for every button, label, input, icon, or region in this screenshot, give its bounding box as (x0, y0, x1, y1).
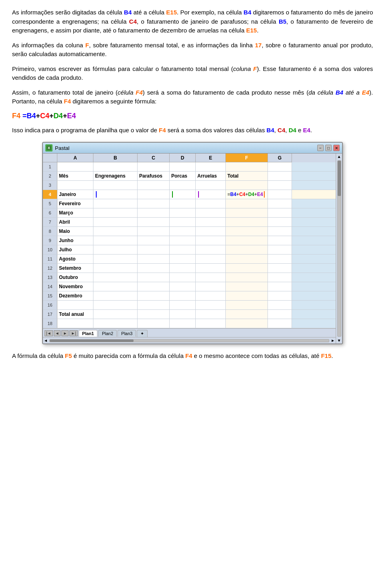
cell-d8[interactable] (170, 227, 196, 236)
cell-b16[interactable] (93, 301, 138, 309)
cell-c9[interactable] (138, 236, 170, 245)
cell-a13[interactable]: Outubro (57, 273, 93, 282)
cell-e15[interactable] (196, 291, 226, 300)
cell-g3[interactable] (268, 181, 292, 190)
scroll-down-btn[interactable]: ▼ (336, 337, 342, 344)
cell-f7[interactable] (226, 218, 268, 226)
cell-d3[interactable] (170, 181, 196, 190)
close-button[interactable]: ✕ (333, 145, 340, 151)
cell-e1[interactable] (196, 162, 226, 171)
cell-a18[interactable] (57, 319, 93, 328)
cell-c6[interactable] (138, 208, 170, 217)
cell-f16[interactable] (226, 301, 268, 309)
cell-g5[interactable] (268, 199, 292, 208)
cell-b15[interactable] (93, 291, 138, 300)
cell-c17[interactable] (138, 310, 170, 319)
cell-c4[interactable] (138, 190, 170, 199)
cell-g18[interactable] (268, 319, 292, 328)
cell-d9[interactable] (170, 236, 196, 245)
cell-b17[interactable] (93, 310, 138, 319)
cell-g15[interactable] (268, 291, 292, 300)
cell-c3[interactable] (138, 181, 170, 190)
cell-e16[interactable] (196, 301, 226, 309)
cell-b1[interactable] (93, 162, 138, 171)
cell-b6[interactable] (93, 208, 138, 217)
cell-g4[interactable] (268, 190, 292, 199)
cell-e2[interactable]: Arruelas (196, 172, 226, 180)
cell-a11[interactable]: Agosto (57, 255, 93, 263)
cell-a2[interactable]: Mês (57, 172, 93, 180)
cell-f9[interactable] (226, 236, 268, 245)
cell-d15[interactable] (170, 291, 196, 300)
scroll-up-btn[interactable]: ▲ (336, 154, 342, 160)
cell-g9[interactable] (268, 236, 292, 245)
cell-f13[interactable] (226, 273, 268, 282)
cell-d11[interactable] (170, 255, 196, 263)
cell-c1[interactable] (138, 162, 170, 171)
cell-a4[interactable]: Janeiro (57, 190, 93, 199)
scroll-right-btn[interactable]: ► (331, 338, 335, 343)
horizontal-scrollbar[interactable]: ◄ ► (43, 337, 336, 344)
cell-d6[interactable] (170, 208, 196, 217)
cell-d12[interactable] (170, 264, 196, 273)
cell-f14[interactable] (226, 282, 268, 291)
cell-b3[interactable] (93, 181, 138, 190)
tab-add[interactable]: ✦ (137, 330, 148, 337)
cell-e17[interactable] (196, 310, 226, 319)
cell-e7[interactable] (196, 218, 226, 226)
cell-d16[interactable] (170, 301, 196, 309)
cell-g10[interactable] (268, 245, 292, 254)
cell-e3[interactable] (196, 181, 226, 190)
vertical-scroll-track[interactable] (337, 160, 341, 337)
col-header-e[interactable]: E (196, 154, 226, 162)
cell-a15[interactable]: Dezembro (57, 291, 93, 300)
cell-a10[interactable]: Julho (57, 245, 93, 254)
cell-c7[interactable] (138, 218, 170, 226)
cell-c10[interactable] (138, 245, 170, 254)
maximize-button[interactable]: □ (325, 145, 332, 151)
cell-g14[interactable] (268, 282, 292, 291)
cell-d13[interactable] (170, 273, 196, 282)
cell-c5[interactable] (138, 199, 170, 208)
cell-f1[interactable] (226, 162, 268, 171)
cell-g16[interactable] (268, 301, 292, 309)
cell-c14[interactable] (138, 282, 170, 291)
cell-d1[interactable] (170, 162, 196, 171)
col-header-c[interactable]: C (138, 154, 170, 162)
cell-g7[interactable] (268, 218, 292, 226)
cell-b7[interactable] (93, 218, 138, 226)
cell-d10[interactable] (170, 245, 196, 254)
cell-b13[interactable] (93, 273, 138, 282)
cell-f6[interactable] (226, 208, 268, 217)
cell-a6[interactable]: Março (57, 208, 93, 217)
cell-f15[interactable] (226, 291, 268, 300)
cell-c15[interactable] (138, 291, 170, 300)
cell-c12[interactable] (138, 264, 170, 273)
cell-c8[interactable] (138, 227, 170, 236)
cell-g11[interactable] (268, 255, 292, 263)
cell-e5[interactable] (196, 199, 226, 208)
cell-d7[interactable] (170, 218, 196, 226)
cell-g12[interactable] (268, 264, 292, 273)
cell-e8[interactable] (196, 227, 226, 236)
cell-g6[interactable] (268, 208, 292, 217)
cell-b11[interactable] (93, 255, 138, 263)
cell-d5[interactable] (170, 199, 196, 208)
col-header-g[interactable]: G (268, 154, 292, 162)
cell-b12[interactable] (93, 264, 138, 273)
cell-f17[interactable] (226, 310, 268, 319)
cell-f12[interactable] (226, 264, 268, 273)
cell-b9[interactable] (93, 236, 138, 245)
cell-b2[interactable]: Engrenagens (93, 172, 138, 180)
nav-prev-sheet[interactable]: ◄ (54, 330, 61, 336)
cell-b4[interactable] (93, 190, 138, 199)
col-header-b[interactable]: B (93, 154, 138, 162)
nav-first-sheet[interactable]: |◄ (45, 330, 53, 336)
cell-c18[interactable] (138, 319, 170, 328)
col-header-d[interactable]: D (170, 154, 196, 162)
cell-f11[interactable] (226, 255, 268, 263)
cell-c2[interactable]: Parafusos (138, 172, 170, 180)
cell-d4[interactable] (170, 190, 196, 199)
cell-c11[interactable] (138, 255, 170, 263)
cell-e14[interactable] (196, 282, 226, 291)
